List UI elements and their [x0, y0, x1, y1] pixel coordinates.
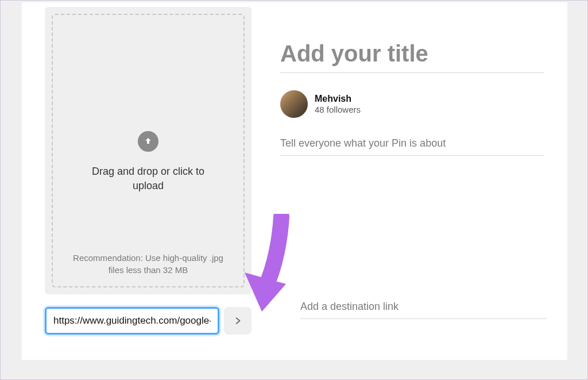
description-input[interactable] [280, 134, 544, 156]
upload-instruction: Drag and drop or click to upload [85, 164, 211, 193]
user-followers: 48 followers [315, 105, 361, 114]
save-from-site-input[interactable] [45, 307, 219, 335]
user-info: Mehvish 48 followers [315, 94, 361, 114]
upload-arrow-icon [138, 131, 158, 152]
url-row [45, 307, 252, 335]
avatar [280, 90, 308, 118]
page-container: Drag and drop or click to upload Recomme… [0, 0, 588, 380]
upload-recommendation: Recommendation: Use high-quality .jpg fi… [53, 252, 243, 276]
user-name: Mehvish [315, 94, 361, 104]
destination-link-input[interactable] [300, 297, 547, 319]
pin-builder-card: Drag and drop or click to upload Recomme… [22, 2, 567, 360]
url-submit-button[interactable] [224, 307, 252, 335]
title-input[interactable] [280, 39, 544, 73]
upload-dropzone[interactable]: Drag and drop or click to upload Recomme… [45, 7, 252, 294]
right-column: Mehvish 48 followers [280, 7, 544, 335]
left-column: Drag and drop or click to upload Recomme… [45, 7, 252, 335]
chevron-right-icon [234, 314, 242, 327]
content-row: Drag and drop or click to upload Recomme… [22, 2, 567, 346]
upload-inner: Drag and drop or click to upload Recomme… [52, 14, 245, 287]
upload-center: Drag and drop or click to upload [85, 131, 211, 193]
user-row: Mehvish 48 followers [280, 90, 544, 118]
